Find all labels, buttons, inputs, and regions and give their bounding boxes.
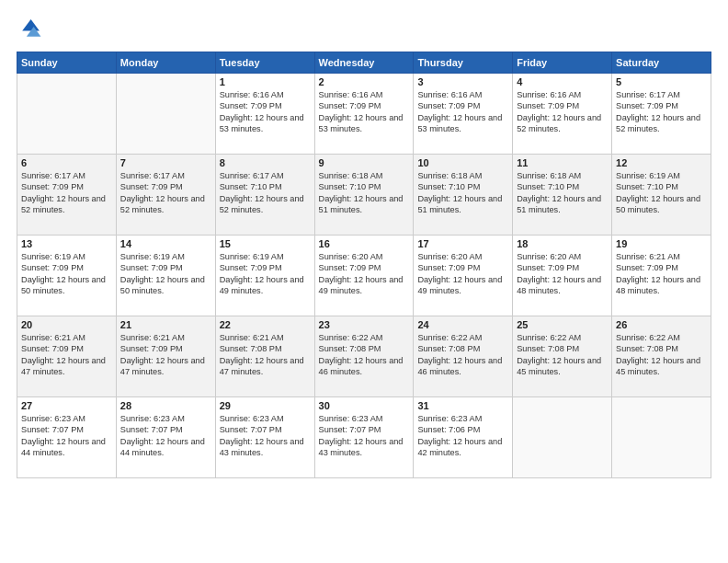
day-info: Sunrise: 6:21 AM Sunset: 7:09 PM Dayligh… bbox=[120, 332, 211, 378]
day-info: Sunrise: 6:16 AM Sunset: 7:09 PM Dayligh… bbox=[417, 89, 508, 135]
day-info: Sunrise: 6:18 AM Sunset: 7:10 PM Dayligh… bbox=[517, 170, 608, 216]
day-info: Sunrise: 6:20 AM Sunset: 7:09 PM Dayligh… bbox=[417, 251, 508, 297]
calendar-cell: 8Sunrise: 6:17 AM Sunset: 7:10 PM Daylig… bbox=[215, 155, 314, 236]
week-row-4: 20Sunrise: 6:21 AM Sunset: 7:09 PM Dayli… bbox=[17, 316, 711, 397]
calendar-cell: 5Sunrise: 6:17 AM Sunset: 7:09 PM Daylig… bbox=[612, 74, 711, 155]
day-number: 18 bbox=[517, 238, 608, 249]
day-info: Sunrise: 6:19 AM Sunset: 7:10 PM Dayligh… bbox=[616, 170, 707, 216]
day-info: Sunrise: 6:20 AM Sunset: 7:09 PM Dayligh… bbox=[319, 251, 410, 297]
day-number: 12 bbox=[616, 157, 707, 168]
day-info: Sunrise: 6:19 AM Sunset: 7:09 PM Dayligh… bbox=[120, 251, 211, 297]
calendar-cell bbox=[17, 74, 117, 155]
day-number: 2 bbox=[319, 76, 410, 87]
day-number: 7 bbox=[120, 157, 211, 168]
weekday-header-thursday: Thursday bbox=[414, 52, 513, 74]
calendar-cell bbox=[116, 74, 215, 155]
day-number: 9 bbox=[319, 157, 410, 168]
week-row-2: 6Sunrise: 6:17 AM Sunset: 7:09 PM Daylig… bbox=[17, 155, 711, 236]
day-info: Sunrise: 6:16 AM Sunset: 7:09 PM Dayligh… bbox=[517, 89, 608, 135]
weekday-header-sunday: Sunday bbox=[17, 52, 117, 74]
page: SundayMondayTuesdayWednesdayThursdayFrid… bbox=[0, 0, 728, 563]
day-number: 17 bbox=[417, 238, 508, 249]
day-number: 28 bbox=[120, 400, 211, 411]
calendar-cell: 23Sunrise: 6:22 AM Sunset: 7:08 PM Dayli… bbox=[314, 316, 414, 397]
week-row-1: 1Sunrise: 6:16 AM Sunset: 7:09 PM Daylig… bbox=[17, 74, 711, 155]
day-number: 6 bbox=[21, 157, 112, 168]
calendar-cell: 13Sunrise: 6:19 AM Sunset: 7:09 PM Dayli… bbox=[17, 236, 117, 316]
calendar-cell: 11Sunrise: 6:18 AM Sunset: 7:10 PM Dayli… bbox=[513, 155, 612, 236]
day-info: Sunrise: 6:18 AM Sunset: 7:10 PM Dayligh… bbox=[319, 170, 410, 216]
day-info: Sunrise: 6:23 AM Sunset: 7:06 PM Dayligh… bbox=[417, 413, 508, 459]
calendar-cell: 2Sunrise: 6:16 AM Sunset: 7:09 PM Daylig… bbox=[314, 74, 414, 155]
calendar-cell: 12Sunrise: 6:19 AM Sunset: 7:10 PM Dayli… bbox=[612, 155, 711, 236]
calendar-cell: 21Sunrise: 6:21 AM Sunset: 7:09 PM Dayli… bbox=[116, 316, 215, 397]
day-info: Sunrise: 6:21 AM Sunset: 7:08 PM Dayligh… bbox=[220, 332, 311, 378]
day-info: Sunrise: 6:16 AM Sunset: 7:09 PM Dayligh… bbox=[319, 89, 410, 135]
calendar-cell: 6Sunrise: 6:17 AM Sunset: 7:09 PM Daylig… bbox=[17, 155, 117, 236]
day-number: 29 bbox=[220, 400, 311, 411]
calendar-cell: 3Sunrise: 6:16 AM Sunset: 7:09 PM Daylig… bbox=[414, 74, 513, 155]
day-number: 20 bbox=[21, 319, 112, 330]
calendar-cell: 27Sunrise: 6:23 AM Sunset: 7:07 PM Dayli… bbox=[17, 397, 117, 478]
calendar-cell bbox=[513, 397, 612, 478]
svg-marker-0 bbox=[22, 19, 40, 30]
day-info: Sunrise: 6:22 AM Sunset: 7:08 PM Dayligh… bbox=[616, 332, 707, 378]
calendar-cell: 17Sunrise: 6:20 AM Sunset: 7:09 PM Dayli… bbox=[414, 236, 513, 316]
day-number: 10 bbox=[417, 157, 508, 168]
day-number: 19 bbox=[616, 238, 707, 249]
header bbox=[17, 17, 711, 42]
day-info: Sunrise: 6:20 AM Sunset: 7:09 PM Dayligh… bbox=[517, 251, 608, 297]
week-row-5: 27Sunrise: 6:23 AM Sunset: 7:07 PM Dayli… bbox=[17, 397, 711, 478]
day-number: 1 bbox=[220, 76, 311, 87]
day-number: 21 bbox=[120, 319, 211, 330]
calendar-cell: 30Sunrise: 6:23 AM Sunset: 7:07 PM Dayli… bbox=[314, 397, 414, 478]
day-info: Sunrise: 6:17 AM Sunset: 7:10 PM Dayligh… bbox=[220, 170, 311, 216]
day-number: 24 bbox=[417, 319, 508, 330]
day-info: Sunrise: 6:16 AM Sunset: 7:09 PM Dayligh… bbox=[220, 89, 311, 135]
calendar-cell: 19Sunrise: 6:21 AM Sunset: 7:09 PM Dayli… bbox=[612, 236, 711, 316]
logo-icon bbox=[17, 17, 42, 42]
calendar-cell: 25Sunrise: 6:22 AM Sunset: 7:08 PM Dayli… bbox=[513, 316, 612, 397]
day-number: 16 bbox=[319, 238, 410, 249]
calendar-cell: 15Sunrise: 6:19 AM Sunset: 7:09 PM Dayli… bbox=[215, 236, 314, 316]
day-number: 13 bbox=[21, 238, 112, 249]
day-number: 23 bbox=[319, 319, 410, 330]
calendar-cell: 4Sunrise: 6:16 AM Sunset: 7:09 PM Daylig… bbox=[513, 74, 612, 155]
day-info: Sunrise: 6:23 AM Sunset: 7:07 PM Dayligh… bbox=[120, 413, 211, 459]
day-number: 27 bbox=[21, 400, 112, 411]
day-number: 31 bbox=[417, 400, 508, 411]
day-number: 8 bbox=[220, 157, 311, 168]
calendar-cell: 28Sunrise: 6:23 AM Sunset: 7:07 PM Dayli… bbox=[116, 397, 215, 478]
calendar-cell: 7Sunrise: 6:17 AM Sunset: 7:09 PM Daylig… bbox=[116, 155, 215, 236]
calendar-cell: 29Sunrise: 6:23 AM Sunset: 7:07 PM Dayli… bbox=[215, 397, 314, 478]
weekday-header-wednesday: Wednesday bbox=[314, 52, 414, 74]
weekday-header-tuesday: Tuesday bbox=[215, 52, 314, 74]
weekday-header-row: SundayMondayTuesdayWednesdayThursdayFrid… bbox=[17, 52, 711, 74]
day-info: Sunrise: 6:17 AM Sunset: 7:09 PM Dayligh… bbox=[120, 170, 211, 216]
calendar-cell: 20Sunrise: 6:21 AM Sunset: 7:09 PM Dayli… bbox=[17, 316, 117, 397]
calendar-cell bbox=[612, 397, 711, 478]
weekday-header-friday: Friday bbox=[513, 52, 612, 74]
weekday-header-monday: Monday bbox=[116, 52, 215, 74]
day-number: 11 bbox=[517, 157, 608, 168]
calendar-cell: 14Sunrise: 6:19 AM Sunset: 7:09 PM Dayli… bbox=[116, 236, 215, 316]
calendar-cell: 24Sunrise: 6:22 AM Sunset: 7:08 PM Dayli… bbox=[414, 316, 513, 397]
day-info: Sunrise: 6:17 AM Sunset: 7:09 PM Dayligh… bbox=[21, 170, 112, 216]
calendar-cell: 18Sunrise: 6:20 AM Sunset: 7:09 PM Dayli… bbox=[513, 236, 612, 316]
calendar-cell: 16Sunrise: 6:20 AM Sunset: 7:09 PM Dayli… bbox=[314, 236, 414, 316]
day-number: 5 bbox=[616, 76, 707, 87]
day-info: Sunrise: 6:23 AM Sunset: 7:07 PM Dayligh… bbox=[21, 413, 112, 459]
day-number: 14 bbox=[120, 238, 211, 249]
day-info: Sunrise: 6:23 AM Sunset: 7:07 PM Dayligh… bbox=[319, 413, 410, 459]
calendar-cell: 31Sunrise: 6:23 AM Sunset: 7:06 PM Dayli… bbox=[414, 397, 513, 478]
day-number: 3 bbox=[417, 76, 508, 87]
day-info: Sunrise: 6:23 AM Sunset: 7:07 PM Dayligh… bbox=[220, 413, 311, 459]
calendar-cell: 1Sunrise: 6:16 AM Sunset: 7:09 PM Daylig… bbox=[215, 74, 314, 155]
weekday-header-saturday: Saturday bbox=[612, 52, 711, 74]
day-number: 22 bbox=[220, 319, 311, 330]
day-info: Sunrise: 6:22 AM Sunset: 7:08 PM Dayligh… bbox=[417, 332, 508, 378]
calendar-cell: 22Sunrise: 6:21 AM Sunset: 7:08 PM Dayli… bbox=[215, 316, 314, 397]
day-info: Sunrise: 6:18 AM Sunset: 7:10 PM Dayligh… bbox=[417, 170, 508, 216]
calendar: SundayMondayTuesdayWednesdayThursdayFrid… bbox=[17, 52, 711, 478]
day-info: Sunrise: 6:17 AM Sunset: 7:09 PM Dayligh… bbox=[616, 89, 707, 135]
